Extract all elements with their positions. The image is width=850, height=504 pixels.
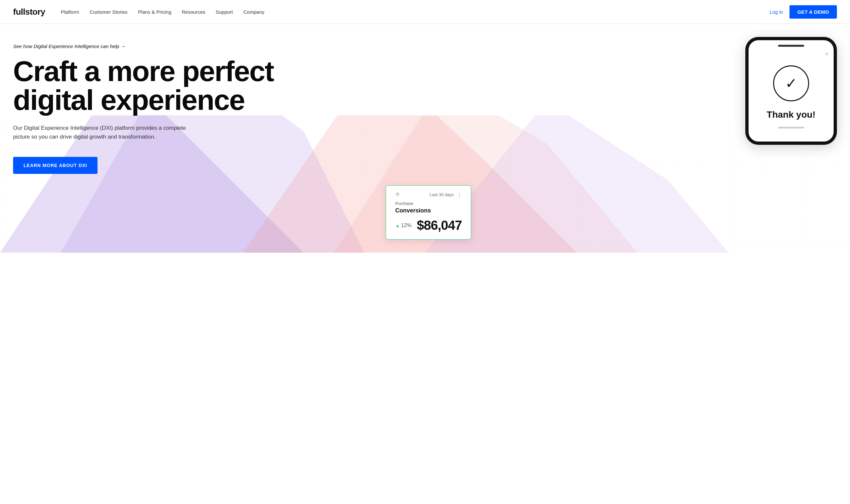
phone-body: ✓ Thank you! xyxy=(749,57,834,142)
card-value-row: ▲ 12% $86,047 xyxy=(395,218,462,233)
phone-progress-bar xyxy=(778,127,804,128)
trend-up-icon: ▲ xyxy=(395,223,400,228)
navbar: fullstory Platform Customer Stories Plan… xyxy=(0,0,850,23)
hero-content: See how Digital Experience Intelligence … xyxy=(13,43,837,174)
hero-badge-link[interactable]: See how Digital Experience Intelligence … xyxy=(13,43,126,49)
get-demo-button[interactable]: GET A DEMO xyxy=(790,5,837,19)
card-header-left: ⏱ xyxy=(395,192,399,197)
hero-subtext: Our Digital Experience Intelligence (DXI… xyxy=(13,124,196,141)
clock-icon: ⏱ xyxy=(395,192,399,197)
card-percent: ▲ 12% xyxy=(395,222,412,229)
card-label: Purchase xyxy=(395,201,462,206)
check-icon: ✓ xyxy=(785,76,797,91)
nav-resources[interactable]: Resources xyxy=(182,9,206,15)
nav-support[interactable]: Support xyxy=(215,9,233,15)
card-title: Conversions xyxy=(395,207,462,214)
more-icon[interactable]: ⋮ xyxy=(457,192,462,197)
logo[interactable]: fullstory xyxy=(13,7,45,17)
nav-customer-stories[interactable]: Customer Stories xyxy=(90,9,127,15)
nav-company[interactable]: Company xyxy=(243,9,264,15)
thank-you-text: Thank you! xyxy=(757,109,826,120)
nav-plans-pricing[interactable]: Plans & Pricing xyxy=(138,9,171,15)
hero-headline: Craft a more perfect digital experience xyxy=(13,57,281,114)
card-time-range: Last 30 days ⋮ xyxy=(430,192,462,197)
nav-actions: Log in GET A DEMO xyxy=(769,5,837,19)
hero-section: See how Digital Experience Intelligence … xyxy=(0,24,850,253)
phone-close-button[interactable]: × xyxy=(749,47,834,57)
conversion-card: ⏱ Last 30 days ⋮ Purchase Conversions ▲ … xyxy=(386,185,471,239)
phone-check-circle: ✓ xyxy=(773,65,809,101)
card-header: ⏱ Last 30 days ⋮ xyxy=(395,192,462,197)
nav-links: Platform Customer Stories Plans & Pricin… xyxy=(61,9,769,15)
login-link[interactable]: Log in xyxy=(769,9,783,15)
learn-more-dxi-button[interactable]: LEARN MORE ABOUT DXI xyxy=(13,157,98,174)
nav-platform[interactable]: Platform xyxy=(61,9,79,15)
card-dollar-value: $86,047 xyxy=(417,218,462,233)
phone-mockup: × ✓ Thank you! xyxy=(745,37,837,145)
